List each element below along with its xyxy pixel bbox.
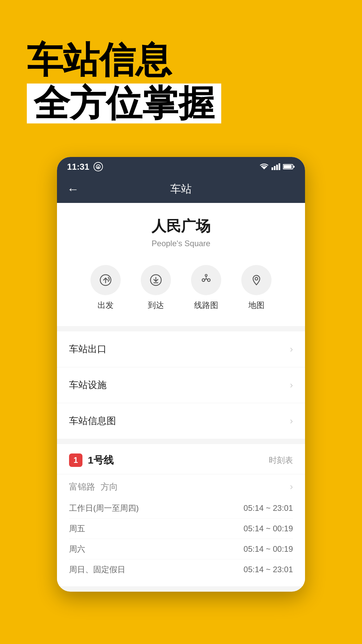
infomap-chevron: › (290, 416, 293, 426)
action-icons-row: 出发 到达 (64, 262, 298, 314)
action-routemap[interactable]: 线路图 (191, 265, 221, 311)
routemap-label: 线路图 (194, 300, 218, 311)
facilities-label: 车站设施 (69, 379, 107, 391)
signal-icon (272, 163, 280, 170)
schedule-day: 周日、固定假日 (69, 564, 125, 575)
arrive-label: 到达 (148, 300, 164, 311)
app-header: ← 车站 (57, 175, 305, 203)
status-left: 11:31 ◉ (67, 162, 103, 172)
schedule-day: 周五 (69, 523, 85, 534)
exit-chevron: › (290, 344, 293, 355)
phone-container: 11:31 ◉ (0, 144, 362, 619)
status-time: 11:31 (67, 162, 89, 172)
arrive-icon (148, 273, 163, 287)
svg-rect-9 (293, 166, 295, 168)
routemap-icon-circle (191, 265, 221, 295)
phone-mockup: 11:31 ◉ (57, 157, 305, 592)
hero-title-1: 车站信息 (27, 40, 335, 80)
exit-label: 车站出口 (69, 343, 107, 356)
station-name-section: 人民广场 People's Square (57, 203, 305, 326)
schedule-time: 05:14 ~ 23:01 (244, 565, 293, 574)
svg-rect-3 (272, 167, 273, 170)
line-section: 1 1号线 时刻表 富锦路 方向 › 工作日(周一至周四)05:14 ~ 23:… (57, 444, 305, 586)
svg-point-15 (255, 277, 258, 280)
schedule-row: 周五05:14 ~ 00:19 (69, 519, 293, 539)
svg-text:◉: ◉ (97, 165, 100, 169)
arrive-icon-circle (141, 265, 171, 295)
back-button[interactable]: ← (67, 182, 79, 196)
info-row-facilities[interactable]: 车站设施 › (57, 367, 305, 403)
schedule-time: 05:14 ~ 00:19 (244, 524, 293, 533)
info-row-exit[interactable]: 车站出口 › (57, 331, 305, 367)
line-name: 1号线 (88, 453, 114, 467)
map-label: 地图 (248, 300, 264, 311)
action-arrive[interactable]: 到达 (141, 265, 171, 311)
svg-marker-2 (261, 167, 267, 169)
page-title: 车站 (170, 182, 192, 197)
svg-rect-5 (276, 165, 278, 170)
schedule-time: 05:14 ~ 23:01 (244, 503, 293, 513)
direction-name: 富锦路 (69, 482, 95, 492)
battery-icon (283, 164, 295, 170)
status-bar: 11:31 ◉ (57, 157, 305, 175)
hero-section: 车站信息 全方位掌握 (0, 0, 362, 144)
line-badge: 1 (69, 453, 82, 467)
schedule-time: 05:14 ~ 00:19 (244, 544, 293, 554)
station-name-zh: 人民广场 (64, 216, 298, 236)
schedule-day: 工作日(周一至周四) (69, 503, 139, 514)
direction-label: 富锦路 方向 (69, 481, 118, 493)
wifi-icon (259, 163, 269, 170)
timetable-link[interactable]: 时刻表 (269, 455, 293, 466)
direction-chevron: › (290, 481, 293, 492)
schedule-day: 周六 (69, 544, 85, 554)
routemap-icon (199, 273, 214, 287)
infomap-label: 车站信息图 (69, 415, 116, 427)
info-row-infomap[interactable]: 车站信息图 › (57, 403, 305, 439)
status-right (259, 163, 295, 170)
station-name-en: People's Square (64, 239, 298, 248)
info-list: 车站出口 › 车站设施 › 车站信息图 › (57, 331, 305, 439)
svg-rect-4 (274, 166, 276, 170)
depart-label: 出发 (98, 300, 114, 311)
content-area: 人民广场 People's Square (57, 203, 305, 586)
line-header: 1 1号线 时刻表 (57, 444, 305, 474)
depart-icon (98, 273, 113, 287)
schedule-rows: 工作日(周一至周四)05:14 ~ 23:01周五05:14 ~ 00:19周六… (57, 498, 305, 586)
hero-title-2: 全方位掌握 (27, 84, 221, 123)
schedule-row: 工作日(周一至周四)05:14 ~ 23:01 (69, 498, 293, 519)
depart-icon-circle (90, 265, 121, 295)
svg-rect-8 (284, 165, 292, 168)
schedule-row: 周六05:14 ~ 00:19 (69, 539, 293, 559)
schedule-row: 周日、固定假日05:14 ~ 23:01 (69, 559, 293, 580)
direction-row[interactable]: 富锦路 方向 › (57, 474, 305, 498)
svg-point-14 (205, 274, 207, 276)
svg-rect-6 (279, 163, 280, 170)
direction-suffix: 方向 (101, 482, 118, 492)
map-icon (249, 273, 264, 287)
action-map[interactable]: 地图 (241, 265, 272, 311)
line-header-left: 1 1号线 (69, 453, 114, 467)
map-icon-circle (241, 265, 272, 295)
status-notification-icon: ◉ (94, 162, 103, 171)
action-depart[interactable]: 出发 (90, 265, 121, 311)
facilities-chevron: › (290, 380, 293, 390)
